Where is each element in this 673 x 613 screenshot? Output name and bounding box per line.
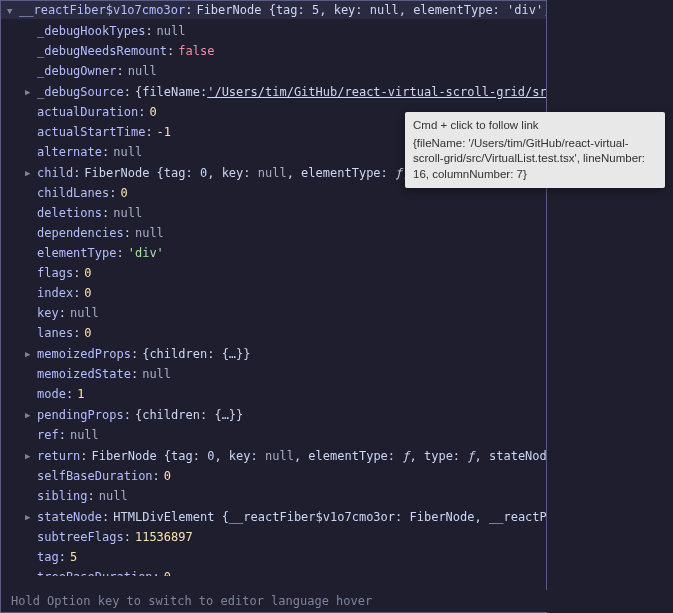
property-row: index:0: [1, 283, 546, 303]
property-row: lanes:0: [1, 323, 546, 343]
property-row[interactable]: pendingProps:{children: {…}}: [1, 404, 546, 425]
object-header-preview: FiberNode {tag: 5, key: null, elementTyp…: [196, 3, 546, 17]
property-value: null: [99, 487, 128, 505]
property-key: _debugHookTypes: [37, 22, 145, 40]
property-row: tag:5: [1, 547, 546, 567]
property-row: key:null: [1, 303, 546, 323]
console-panel: __reactFiber$v1o7cmo3or: FiberNode {tag:…: [0, 0, 547, 613]
object-header-key: __reactFiber$v1o7cmo3or: [19, 3, 185, 17]
property-value: -1: [157, 123, 171, 141]
property-row: subtreeFlags:11536897: [1, 527, 546, 547]
property-key: treeBaseDuration: [37, 568, 153, 576]
property-list: _debugHookTypes:null_debugNeedsRemount:f…: [1, 19, 546, 576]
status-bar: Hold Option key to switch to editor lang…: [1, 590, 548, 612]
chevron-right-icon[interactable]: [25, 446, 37, 465]
property-value: FiberNode {tag: 0, key: null, elementTyp…: [92, 447, 546, 465]
property-row: _debugHookTypes:null: [1, 21, 546, 41]
property-value-prefix: {fileName:: [135, 83, 207, 101]
property-row: treeBaseDuration:0: [1, 567, 546, 576]
property-row: selfBaseDuration:0: [1, 466, 546, 486]
property-key: pendingProps: [37, 406, 124, 424]
source-file-link[interactable]: '/Users/tim/GitHub/react-virtual-scroll-…: [207, 83, 546, 101]
property-key: alternate: [37, 143, 102, 161]
property-key: dependencies: [37, 224, 124, 242]
property-key: stateNode: [37, 508, 102, 526]
property-key: ref: [37, 426, 59, 444]
property-row: deletions:null: [1, 203, 546, 223]
property-key: childLanes: [37, 184, 109, 202]
property-key: memoizedState: [37, 365, 131, 383]
property-value: null: [142, 365, 171, 383]
chevron-right-icon[interactable]: [25, 507, 37, 526]
chevron-right-icon[interactable]: [25, 344, 37, 363]
property-value: null: [135, 224, 164, 242]
property-key: flags: [37, 264, 73, 282]
property-key: deletions: [37, 204, 102, 222]
property-row: _debugOwner:null: [1, 61, 546, 81]
property-value: 0: [84, 284, 91, 302]
chevron-right-icon[interactable]: [25, 163, 37, 182]
property-row[interactable]: memoizedProps:{children: {…}}: [1, 343, 546, 364]
chevron-right-icon[interactable]: [25, 82, 37, 101]
property-row: mode:1: [1, 384, 546, 404]
property-key: key: [37, 304, 59, 322]
property-row: flags:0: [1, 263, 546, 283]
property-value: 0: [164, 467, 171, 485]
property-row[interactable]: stateNode:HTMLDivElement {__reactFiber$v…: [1, 506, 546, 527]
property-key: tag: [37, 548, 59, 566]
property-value: {children: {…}}: [142, 345, 250, 363]
property-value: HTMLDivElement {__reactFiber$v1o7cmo3or:…: [113, 508, 546, 526]
property-value: 0: [164, 568, 171, 576]
property-value: 0: [149, 103, 156, 121]
property-value: 11536897: [135, 528, 193, 546]
property-row: ref:null: [1, 425, 546, 445]
property-value: null: [113, 143, 142, 161]
property-key: elementType: [37, 244, 116, 262]
property-row[interactable]: return:FiberNode {tag: 0, key: null, ele…: [1, 445, 546, 466]
property-value: null: [70, 426, 99, 444]
link-tooltip: Cmd + click to follow link {fileName: '/…: [405, 112, 665, 188]
property-value: FiberNode {tag: 0, key: null, elementTyp…: [84, 164, 438, 182]
tooltip-title: Cmd + click to follow link: [413, 118, 657, 134]
chevron-down-icon[interactable]: [7, 3, 19, 17]
property-key: mode: [37, 385, 66, 403]
property-value: null: [70, 304, 99, 322]
property-key: memoizedProps: [37, 345, 131, 363]
status-text: Hold Option key to switch to editor lang…: [11, 594, 372, 608]
property-row: memoizedState:null: [1, 364, 546, 384]
property-row: dependencies:null: [1, 223, 546, 243]
property-value: 5: [70, 548, 77, 566]
property-row[interactable]: _debugSource:{fileName: '/Users/tim/GitH…: [1, 81, 546, 102]
property-value: null: [113, 204, 142, 222]
property-row: sibling:null: [1, 486, 546, 506]
property-key: _debugOwner: [37, 62, 116, 80]
property-key: sibling: [37, 487, 88, 505]
property-key: _debugNeedsRemount: [37, 42, 167, 60]
property-key: lanes: [37, 324, 73, 342]
property-key: selfBaseDuration: [37, 467, 153, 485]
property-key: index: [37, 284, 73, 302]
property-value: null: [128, 62, 157, 80]
chevron-right-icon[interactable]: [25, 405, 37, 424]
property-key: return: [37, 447, 80, 465]
property-value: false: [178, 42, 214, 60]
console-content: __reactFiber$v1o7cmo3or: FiberNode {tag:…: [1, 1, 546, 576]
property-value: 0: [84, 324, 91, 342]
property-key: subtreeFlags: [37, 528, 124, 546]
object-header-row[interactable]: __reactFiber$v1o7cmo3or: FiberNode {tag:…: [1, 1, 546, 19]
property-value: 0: [84, 264, 91, 282]
property-key: _debugSource: [37, 83, 124, 101]
property-key: actualStartTime: [37, 123, 145, 141]
property-value: 1: [77, 385, 84, 403]
tooltip-body: {fileName: '/Users/tim/GitHub/react-virt…: [413, 136, 657, 183]
property-value: null: [157, 22, 186, 40]
property-key: actualDuration: [37, 103, 138, 121]
property-value: 'div': [128, 244, 164, 262]
property-value: {children: {…}}: [135, 406, 243, 424]
property-value: 0: [120, 184, 127, 202]
property-key: child: [37, 164, 73, 182]
property-row: elementType:'div': [1, 243, 546, 263]
property-row: _debugNeedsRemount:false: [1, 41, 546, 61]
